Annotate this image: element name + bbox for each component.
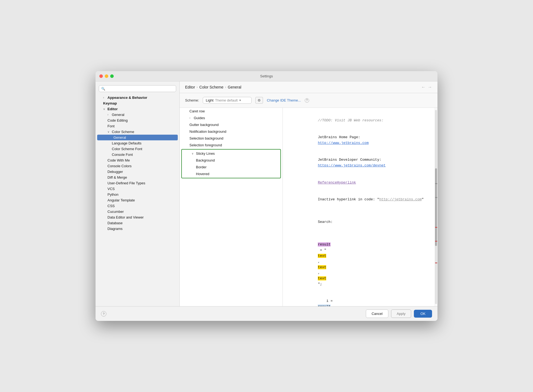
tree-item-label: Selection foreground xyxy=(189,143,222,147)
tree-item-label: Background xyxy=(196,158,215,162)
i-indent: i = xyxy=(318,299,335,303)
bottom-right: Cancel Apply OK xyxy=(366,309,432,318)
sidebar-item-code-with-me[interactable]: Code With Me xyxy=(96,157,179,163)
help-icon[interactable]: ? xyxy=(305,98,309,103)
tree-item-label: Border xyxy=(196,165,207,169)
sidebar-item-user-defined[interactable]: User-Defined File Types xyxy=(96,180,179,186)
breadcrumb-general: General xyxy=(228,85,241,89)
text-2: text xyxy=(318,265,326,269)
preview-panel: //TODO: Visit JB Web resources: JetBrain… xyxy=(283,108,437,306)
maximize-button[interactable] xyxy=(110,74,114,78)
sidebar-item-label: Code With Me xyxy=(107,158,130,162)
sidebar-item-diff-merge[interactable]: Diff & Merge xyxy=(96,175,179,180)
search-bar[interactable]: 🔍 xyxy=(99,85,176,92)
search-icon: 🔍 xyxy=(101,87,105,91)
sidebar-item-diagrams[interactable]: Diagrams xyxy=(96,226,179,232)
change-theme-link[interactable]: Change IDE Theme... xyxy=(267,98,301,102)
minimize-button[interactable] xyxy=(105,74,108,78)
ref-link[interactable]: ReferenceHyperlink xyxy=(318,181,356,185)
tree-item-hovered[interactable]: Hovered xyxy=(182,170,280,177)
home-link[interactable]: http://www.jetbrains.com xyxy=(318,141,369,145)
todo-comment: //TODO: Visit JB Web resources: xyxy=(318,118,383,122)
cancel-button[interactable]: Cancel xyxy=(366,309,388,318)
sidebar-item-label: Console Colors xyxy=(107,164,132,168)
scrollbar[interactable] xyxy=(434,108,437,306)
sidebar-item-color-scheme-font[interactable]: Color Scheme Font xyxy=(96,146,179,152)
sidebar-item-console-font[interactable]: Console Font xyxy=(96,152,179,157)
sidebar-item-label: Appearance & Behavior xyxy=(107,96,147,100)
minimap-mark-1 xyxy=(435,183,437,184)
sidebar-item-vcs[interactable]: VCS xyxy=(96,186,179,192)
sidebar-item-language-defaults[interactable]: Language Defaults xyxy=(96,140,179,146)
titlebar: Settings xyxy=(96,71,437,81)
apply-button[interactable]: Apply xyxy=(391,309,411,318)
minimap-mark-3 xyxy=(435,227,437,228)
tree-item-selection-fg[interactable]: Selection foreground xyxy=(180,142,283,148)
bottom-left: ? xyxy=(101,311,106,317)
preview-i-line: i = result xyxy=(288,293,432,306)
chevron-down-icon: ∨ xyxy=(103,108,106,110)
forward-arrow[interactable]: → xyxy=(428,85,432,90)
chevron-right-icon: › xyxy=(103,96,106,99)
sidebar-item-css[interactable]: CSS xyxy=(96,203,179,209)
sidebar-item-console-colors[interactable]: Console Colors xyxy=(96,163,179,169)
tree-item-gutter-bg[interactable]: Gutter background xyxy=(180,121,283,128)
scheme-dropdown[interactable]: Light Theme default ▾ xyxy=(203,97,252,104)
preview-result-line: result = " text , text , text "; xyxy=(288,231,432,293)
home-label: JetBrains Home Page: xyxy=(318,135,362,139)
sidebar-item-label: Code Editing xyxy=(107,118,128,122)
i-result: result xyxy=(318,305,331,306)
main-panel: Editor › Color Scheme › General ← → Sche… xyxy=(180,81,437,306)
sidebar-item-general[interactable]: › General xyxy=(96,112,179,118)
preview-devnet-line: JetBrains Developer Community: https://w… xyxy=(288,152,432,174)
sidebar-item-cucumber[interactable]: Cucumber xyxy=(96,209,179,214)
result-indent xyxy=(318,237,326,241)
sidebar-item-database[interactable]: Database xyxy=(96,220,179,226)
ok-button[interactable]: OK xyxy=(414,310,432,318)
tree-item-notification-bg[interactable]: Notification background xyxy=(180,128,283,135)
sidebar-item-editor[interactable]: ∨ Editor xyxy=(96,106,179,112)
tree-item-selection-bg[interactable]: Selection background xyxy=(180,135,283,142)
close-button[interactable] xyxy=(99,74,103,78)
sidebar-item-label: Data Editor and Viewer xyxy=(107,215,144,219)
inactive-text: Inactive hyperlink in code: "http://jetb… xyxy=(318,197,424,201)
preview-content: //TODO: Visit JB Web resources: JetBrain… xyxy=(283,108,437,306)
help-button[interactable]: ? xyxy=(101,311,106,317)
gear-icon: ⚙ xyxy=(258,98,261,102)
sidebar-item-appearance[interactable]: › Appearance & Behavior xyxy=(96,95,179,100)
tree-item-label: Caret row xyxy=(189,109,205,113)
sidebar-item-data-editor[interactable]: Data Editor and Viewer xyxy=(96,214,179,220)
scheme-row: Scheme: Light Theme default ▾ ⚙ Change I… xyxy=(180,93,437,108)
chevron-right-icon: › xyxy=(189,116,193,119)
tree-item-sticky-lines[interactable]: ∨ Sticky Lines xyxy=(182,150,280,157)
sidebar-item-font[interactable]: Font xyxy=(96,123,179,129)
tree-item-label: Sticky Lines xyxy=(196,151,215,156)
back-arrow[interactable]: ← xyxy=(421,85,426,90)
sidebar-item-python[interactable]: Python xyxy=(96,192,179,197)
search-label: Search: xyxy=(318,220,333,224)
tree-item-guides[interactable]: › Guides xyxy=(180,115,283,121)
sidebar-item-label: Console Font xyxy=(112,153,133,157)
sidebar-item-label: Color Scheme Font xyxy=(112,147,142,151)
sidebar-item-angular[interactable]: Angular Template xyxy=(96,197,179,203)
sidebar-item-color-scheme[interactable]: ∨ Color Scheme xyxy=(96,129,179,135)
preview-inactive-line: Inactive hyperlink in code: "http://jetb… xyxy=(288,191,432,208)
gear-button[interactable]: ⚙ xyxy=(255,97,263,104)
sidebar-item-code-editing[interactable]: Code Editing xyxy=(96,118,179,123)
tree-item-label: Selection background xyxy=(189,136,223,140)
sidebar-item-label: Editor xyxy=(107,107,118,111)
sidebar-item-label: Diff & Merge xyxy=(107,175,127,179)
tree-item-label: Gutter background xyxy=(189,123,219,127)
sidebar-item-keymap[interactable]: Keymap xyxy=(96,100,179,106)
tree-item-background[interactable]: Background xyxy=(182,157,280,164)
sidebar-item-label: General xyxy=(113,135,126,140)
tree-item-border[interactable]: Border xyxy=(182,164,280,170)
tree-panel: Caret row › Guides Gutter background Not… xyxy=(180,108,283,306)
search-input[interactable] xyxy=(107,87,174,91)
sidebar-item-debugger[interactable]: Debugger xyxy=(96,169,179,175)
devnet-link[interactable]: https://www.jetbrains.com/devnet xyxy=(318,163,386,167)
nav-arrows: ← → xyxy=(421,85,432,90)
traffic-lights xyxy=(99,74,114,78)
tree-item-caret-row[interactable]: Caret row xyxy=(180,108,283,115)
sidebar-item-general-selected[interactable]: General xyxy=(97,135,178,140)
